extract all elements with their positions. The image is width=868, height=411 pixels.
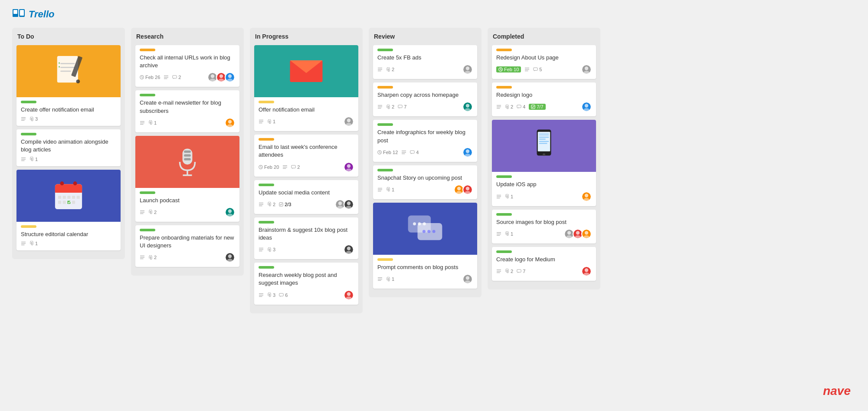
card-research-2[interactable]: Create e-mail newsletter for blog subscr… <box>135 90 239 132</box>
avatar <box>344 116 354 127</box>
svg-rect-4 <box>20 10 24 16</box>
avatar <box>225 207 235 217</box>
card-inprogress-4[interactable]: Brainstorm & suggest 10x blog post ideas… <box>254 217 358 259</box>
card-avatars <box>581 191 592 202</box>
svg-rect-24 <box>58 196 61 199</box>
card-research-1[interactable]: Check all internal URLs work in blog arc… <box>135 45 239 87</box>
card-image-review-5 <box>373 203 477 255</box>
svg-point-53 <box>227 124 233 128</box>
card-label <box>259 184 274 186</box>
card-review-1[interactable]: Create 5x FB ads 2 <box>373 45 477 79</box>
svg-point-125 <box>466 149 469 153</box>
svg-rect-55 <box>184 151 191 153</box>
card-completed-5[interactable]: Create logo for Medium 2 7 <box>492 247 596 281</box>
card-todo-1[interactable]: Create offer notification email 3 <box>16 45 121 126</box>
card-avatars <box>581 64 592 75</box>
svg-point-64 <box>227 214 233 217</box>
svg-point-22 <box>60 181 64 185</box>
svg-rect-159 <box>517 105 521 108</box>
svg-rect-104 <box>279 293 283 296</box>
card-inprogress-2[interactable]: Email to last week's conference attendee… <box>254 135 358 176</box>
card-avatars <box>462 147 473 158</box>
column-todo: To Do Create offer notification email 3C… <box>12 28 125 259</box>
card-body-inprogress-5: Research weekly blog post and suggest im… <box>254 263 358 304</box>
avatar <box>344 162 354 172</box>
card-label <box>21 133 36 135</box>
card-research-4[interactable]: Prepare onboarding materials for new UI … <box>135 225 239 267</box>
svg-point-68 <box>228 255 232 258</box>
card-title: Prompt comments on blog posts <box>377 263 473 271</box>
svg-point-183 <box>585 231 588 234</box>
card-meta: 2 <box>140 207 235 217</box>
card-inprogress-5[interactable]: Research weekly blog post and suggest im… <box>254 263 358 304</box>
list-icon <box>21 157 26 161</box>
card-meta: Feb 26 2 <box>140 72 235 82</box>
card-body-inprogress-2: Email to last week's conference attendee… <box>254 135 358 176</box>
card-research-3[interactable]: Launch podcast 2 <box>135 136 239 222</box>
card-label <box>377 86 393 89</box>
card-date: Feb 26 <box>140 75 160 80</box>
column-research: ResearchCheck all internal URLs work in … <box>131 28 244 276</box>
date-badge: Feb 10 <box>496 66 521 72</box>
card-title: Structure editorial calendar <box>21 230 116 238</box>
card-completed-1[interactable]: Redesign About Us page Feb 10 5 <box>492 45 596 79</box>
card-meta-left: Feb 10 5 <box>496 66 542 72</box>
svg-point-141 <box>432 230 436 233</box>
card-meta-left: 1 <box>496 194 513 199</box>
svg-point-181 <box>576 231 580 234</box>
card-body-review-1: Create 5x FB ads 2 <box>373 45 477 79</box>
card-review-2[interactable]: Sharpen copy across homepage 2 7 <box>373 82 477 116</box>
svg-point-99 <box>347 247 350 250</box>
svg-point-43 <box>211 75 214 78</box>
card-review-4[interactable]: Snapchat Story on upcoming post 1 <box>373 165 477 199</box>
card-todo-2[interactable]: Compile video animation alongside blog a… <box>16 129 121 166</box>
nave-watermark: nave <box>823 384 851 398</box>
card-todo-3[interactable]: Structure editorial calendar 1 <box>16 170 121 250</box>
card-avatars <box>462 102 473 112</box>
card-completed-4[interactable]: Source images for blog post 1 <box>492 210 596 243</box>
app-header: Trello <box>9 9 859 20</box>
svg-line-38 <box>142 77 143 78</box>
comment-count: 4 <box>517 104 525 109</box>
card-review-3[interactable]: Create infographics for weekly blog post… <box>373 120 477 161</box>
card-inprogress-3[interactable]: Update social media content 2 2/3 <box>254 180 358 214</box>
attachment-count: 1 <box>29 241 38 246</box>
card-meta: 1 <box>259 116 354 127</box>
svg-point-86 <box>347 164 350 168</box>
card-meta-left: 1 <box>21 157 38 162</box>
card-completed-3[interactable]: Update iOS app 1 <box>492 120 596 206</box>
svg-rect-166 <box>539 137 549 138</box>
comment-count: 5 <box>533 67 542 72</box>
card-label <box>259 221 274 224</box>
card-label <box>259 138 274 141</box>
card-completed-2[interactable]: Redesign logo 2 4 7/7 <box>492 82 596 116</box>
card-title: Prepare onboarding materials for new UI … <box>140 234 235 250</box>
list-icon <box>496 232 501 236</box>
comment-count: 7 <box>398 104 406 109</box>
card-title: Redesign logo <box>496 91 592 99</box>
card-body-inprogress-3: Update social media content 2 2/3 <box>254 180 358 214</box>
attachment-count: 3 <box>267 293 275 298</box>
card-label <box>377 123 393 126</box>
column-review: ReviewCreate 5x FB ads 2Sharpen copy acr… <box>369 28 481 297</box>
card-review-5[interactable]: Prompt comments on blog posts 1 <box>373 203 477 289</box>
avatar <box>581 64 592 75</box>
card-body-todo-1: Create offer notification email 3 <box>16 97 121 126</box>
card-inprogress-1[interactable]: Offer notification email 1 <box>254 45 358 131</box>
attachment-count: 2 <box>386 67 394 72</box>
card-meta: Feb 10 5 <box>496 64 592 75</box>
card-meta-left: 2 7 <box>496 269 525 274</box>
svg-point-95 <box>346 206 351 209</box>
card-label <box>496 49 512 51</box>
card-body-completed-4: Source images for blog post 1 <box>492 210 596 243</box>
svg-rect-85 <box>292 165 295 168</box>
card-title: Create infographics for weekly blog post <box>377 128 473 144</box>
svg-rect-32 <box>72 201 75 204</box>
card-meta: 2 7 <box>496 266 592 276</box>
svg-point-44 <box>210 79 215 82</box>
trello-logo[interactable]: Trello <box>12 9 55 20</box>
card-body-todo-3: Structure editorial calendar 1 <box>16 222 121 250</box>
list-icon <box>496 194 501 199</box>
list-icon <box>259 293 264 297</box>
card-avatars <box>225 118 235 128</box>
